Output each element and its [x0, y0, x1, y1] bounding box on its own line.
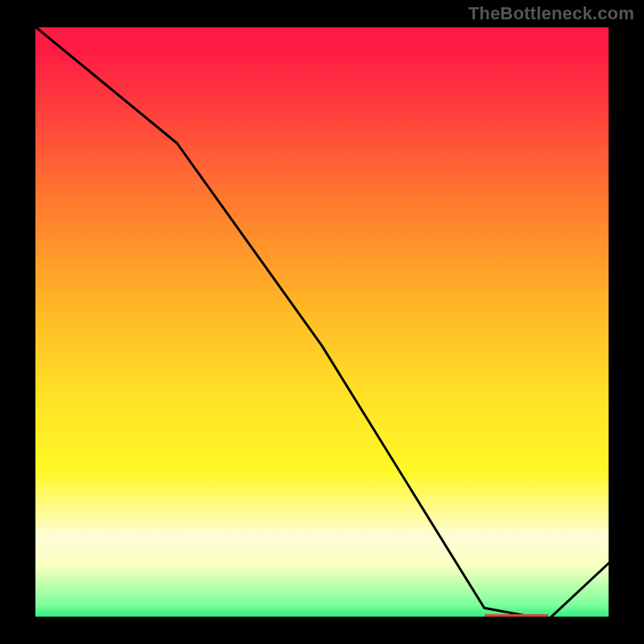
- chart-stage: TheBottleneck.com: [0, 0, 644, 644]
- plot-frame: [32, 24, 612, 620]
- watermark-label: TheBottleneck.com: [469, 3, 634, 24]
- optimal-range-marker: [485, 614, 548, 619]
- bottleneck-curve: [32, 24, 612, 620]
